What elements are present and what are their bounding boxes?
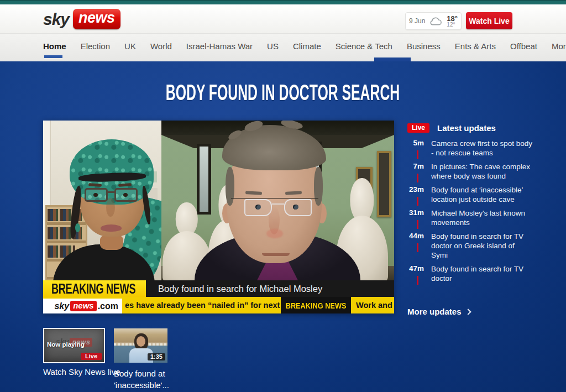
weather-low: 12°: [447, 22, 458, 28]
update-item[interactable]: 47m Body found in search for TV doctor: [407, 264, 534, 283]
more-updates-link[interactable]: More updates: [407, 307, 470, 316]
eye: [123, 193, 128, 197]
main-nav: Home Election UK World Israel-Hamas War …: [0, 33, 566, 61]
ticker-text-right: Work and P: [351, 297, 394, 313]
duration-badge: 1:35: [148, 353, 165, 360]
update-item[interactable]: 23m Body found at ‘inaccessible’ locatio…: [407, 185, 534, 204]
update-text: In pictures: The cave complex where body…: [431, 162, 533, 181]
nav-item-uk[interactable]: UK: [124, 41, 136, 51]
weather-date: 9 Jun: [409, 17, 425, 25]
video-right-pane-michael-mosley: [161, 121, 394, 280]
watch-live-button[interactable]: Watch Live: [466, 12, 512, 29]
update-text: Michael Mosley's last known movements: [431, 208, 533, 227]
glasses-bridge: [272, 203, 284, 205]
nose-tip: [266, 229, 283, 238]
header: sky news 9 Jun 18° 12° Watch Live: [0, 4, 566, 33]
weather-high: 18°: [447, 15, 458, 22]
update-text: Camera crew first to spot body - not res…: [431, 139, 533, 158]
more-updates-label: More updates: [407, 307, 462, 316]
michael-mosley-figure: [161, 121, 394, 280]
update-time: 47m: [407, 264, 424, 283]
nav-item-ents-arts[interactable]: Ents & Arts: [455, 41, 496, 51]
update-time: 5m: [407, 139, 424, 158]
thumbnail-caption-live[interactable]: Watch Sky News live: [43, 367, 120, 377]
nav-item-home[interactable]: Home: [43, 41, 66, 51]
weather-widget[interactable]: 9 Jun 18° 12°: [405, 12, 462, 30]
update-item[interactable]: 7m In pictures: The cave complex where b…: [407, 162, 534, 181]
reporter-neck: [100, 234, 123, 250]
nav-item-election[interactable]: Election: [81, 41, 110, 51]
latest-updates-header: Live Latest updates: [407, 123, 496, 133]
top-accent-bar: [0, 0, 566, 4]
nav-item-israel-hamas-war[interactable]: Israel-Hamas War: [186, 41, 253, 51]
video-left-pane-reporter: [43, 121, 161, 280]
nav-more[interactable]: More: [552, 41, 566, 51]
cloud-icon: [429, 17, 443, 25]
nav-item-world[interactable]: World: [150, 41, 172, 51]
sky-news-logo[interactable]: sky news: [43, 9, 120, 29]
ticker-breaking-block: BREAKING NEWS: [281, 297, 351, 313]
video-player[interactable]: BREAKING NEWS Body found in search for M…: [43, 121, 394, 313]
lips: [101, 224, 122, 232]
update-time: 31m: [407, 208, 424, 227]
nav-item-science-tech[interactable]: Science & Tech: [336, 41, 392, 51]
mouth: [262, 253, 290, 256]
thumbnail-caption-clip[interactable]: Body found at 'inaccessible'...: [114, 368, 176, 391]
live-badge-small: Live: [81, 353, 102, 360]
update-item[interactable]: 31m Michael Mosley's last known movement…: [407, 208, 534, 227]
glasses-bridge: [107, 191, 116, 193]
weather-temps: 18° 12°: [447, 15, 458, 28]
reporter-figure: [43, 121, 161, 280]
ticker-logo-com: .com: [98, 301, 118, 311]
update-time: 7m: [407, 162, 424, 181]
live-blog-hero: BODY FOUND IN DOCTOR SEARCH: [0, 61, 566, 392]
logo-news-text: news: [78, 9, 115, 26]
ticker-logo-sky: sky: [54, 301, 69, 311]
sky-news-page: sky news 9 Jun 18° 12° Watch Live Home E…: [0, 0, 566, 392]
hair-side: [226, 167, 234, 206]
headline-text: BODY FOUND IN DOCTOR SEARCH: [166, 80, 400, 105]
update-text: Body found in search for TV doctor: [431, 264, 533, 283]
ticker-text-left: es have already been “nailed in” for nex…: [122, 297, 281, 313]
nav-more-label: More: [552, 41, 566, 51]
ticker-skynews-logo: sky news .com: [43, 299, 122, 313]
ticker-logo-news: news: [70, 301, 97, 311]
ticker-breaking-label: BREAKING NEWS: [286, 301, 347, 310]
clip-reporter-face: [137, 336, 145, 347]
earring: [75, 223, 80, 232]
nose: [106, 198, 115, 217]
nav-item-climate[interactable]: Climate: [293, 41, 321, 51]
logo-news-box: news: [73, 9, 120, 29]
latest-updates-list: 5m Camera crew first to spot body - not …: [407, 139, 534, 288]
logo-sky-text: sky: [43, 10, 69, 29]
nav-ents-underline: [374, 58, 411, 61]
now-playing-label: Now playing: [47, 341, 85, 348]
nav-item-us[interactable]: US: [267, 41, 279, 51]
nav-item-business[interactable]: Business: [407, 41, 441, 51]
update-text: Body found in search for TV doctor on Gr…: [431, 232, 533, 260]
update-text: Body found at ‘inaccessible’ location ju…: [431, 185, 533, 204]
breaking-news-label-block: BREAKING NEWS: [43, 280, 146, 297]
banner-headline: Body found in search for Michael Mosley: [146, 280, 394, 297]
live-badge: Live: [407, 123, 429, 133]
eye: [93, 193, 98, 197]
nav-item-offbeat[interactable]: Offbeat: [510, 41, 537, 51]
nav-active-underline: [44, 55, 62, 58]
news-ticker: sky news .com es have already been “nail…: [43, 297, 394, 313]
chevron-right-icon: [465, 309, 471, 315]
update-time: 23m: [407, 185, 424, 204]
eye: [255, 205, 261, 210]
thumbnail-clip[interactable]: 1:35: [114, 328, 167, 363]
breaking-news-banner: BREAKING NEWS Body found in search for M…: [43, 280, 394, 297]
update-item[interactable]: 5m Camera crew first to spot body - not …: [407, 139, 534, 158]
breaking-news-label: BREAKING NEWS: [51, 280, 135, 297]
eye: [293, 205, 298, 210]
headscarf: [70, 139, 154, 205]
update-item[interactable]: 44m Body found in search for TV doctor o…: [407, 232, 534, 260]
hair-side: [314, 167, 323, 206]
page-title: BODY FOUND IN DOCTOR SEARCH: [0, 80, 566, 105]
update-time: 44m: [407, 232, 424, 260]
latest-updates-title: Latest updates: [437, 123, 496, 133]
thumbnail-watch-live[interactable]: skynews Now playing Live: [43, 328, 105, 363]
